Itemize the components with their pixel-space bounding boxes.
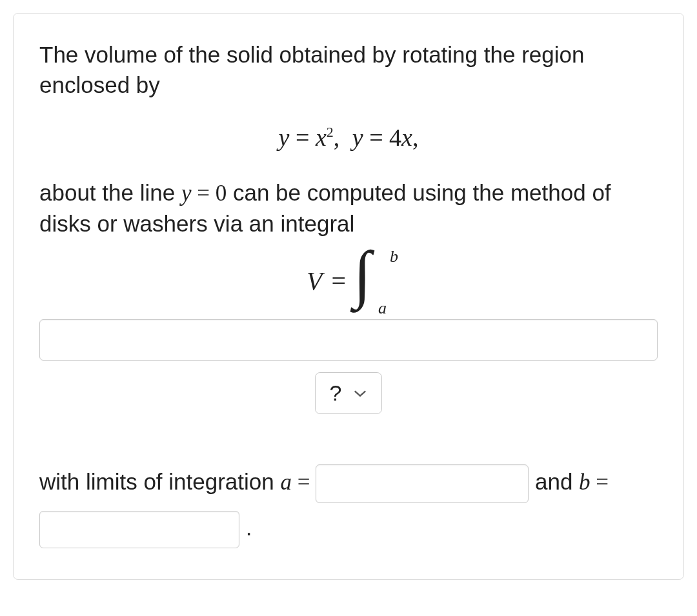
integral-lower-limit: a <box>378 300 387 317</box>
math-y: y <box>279 124 290 151</box>
chevron-down-icon <box>353 389 367 398</box>
prompt-intro-2: about the line y = 0 can be computed usi… <box>39 177 658 239</box>
limits-pre: with limits of integration <box>39 469 280 494</box>
math-trailing-comma: , <box>412 124 419 151</box>
integrand-input[interactable] <box>39 319 658 361</box>
problem-card: The volume of the solid obtained by rota… <box>13 13 684 580</box>
integral-upper-limit: b <box>390 248 398 265</box>
math-y2: y <box>352 124 363 151</box>
integral-eq: = <box>331 268 346 294</box>
limits-b-var: b <box>579 470 591 495</box>
math-eq1: = <box>289 124 315 151</box>
intro2-pre: about the line <box>39 180 181 205</box>
limits-and: and <box>535 469 579 494</box>
limits-period: . <box>246 515 252 540</box>
prompt-intro-1: The volume of the solid obtained by rota… <box>39 39 658 101</box>
limit-a-input[interactable] <box>316 464 529 503</box>
equations-display: y = x2, y = 4x, <box>39 123 658 152</box>
integral-expression: V = ∫ b a <box>39 252 658 310</box>
intro2-eq: = 0 <box>191 181 227 206</box>
limits-b-eq: = <box>591 470 609 495</box>
intro2-y: y <box>181 181 192 206</box>
math-x: x <box>316 124 327 151</box>
limits-a-var: a <box>280 470 292 495</box>
variable-select[interactable]: ? <box>315 372 383 414</box>
math-squared: 2 <box>327 124 334 140</box>
math-comma: , <box>334 124 346 151</box>
integral-symbol: ∫ b a <box>355 252 390 310</box>
limit-b-input[interactable] <box>39 511 239 548</box>
limits-line: with limits of integration a = and b = . <box>39 459 658 550</box>
integral-V: V <box>307 268 322 294</box>
limits-a-eq: = <box>292 470 316 495</box>
variable-select-label: ? <box>330 381 342 406</box>
math-eq2: = 4 <box>363 124 401 151</box>
integral-icon: ∫ <box>354 242 371 306</box>
variable-select-row: ? <box>39 372 658 414</box>
math-x2: x <box>401 124 412 151</box>
